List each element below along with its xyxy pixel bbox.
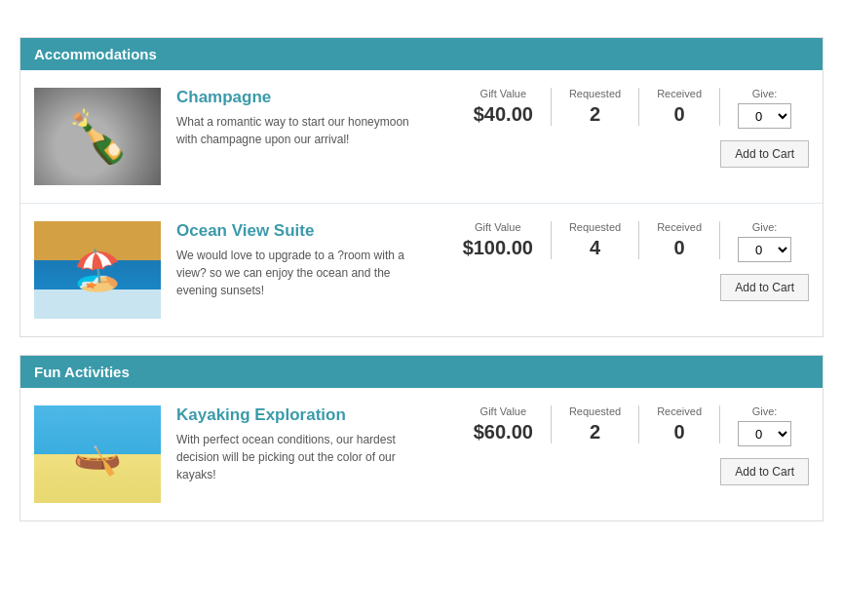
received-value-kayaking: 0 [674,421,685,443]
registry-item-ocean-view-suite: Ocean View SuiteWe would love to upgrade… [20,204,823,336]
gift-value-champagne: $40.00 [474,103,533,126]
add-to-cart-btn-ocean-view-suite[interactable]: Add to Cart [720,274,809,301]
gift-value-label-kayaking: Gift Value [480,405,527,417]
item-details-ocean-view-suite: Ocean View SuiteWe would love to upgrade… [176,221,419,299]
give-spinner-kayaking[interactable]: 012345 [738,421,791,446]
received-value-champagne: 0 [674,103,685,126]
item-description-ocean-view-suite: We would love to upgrade to a ?room with… [176,247,409,299]
item-right-champagne: Gift Value$40.00Requested2Received0Give:… [419,88,809,168]
gift-value-col-kayaking: Gift Value$60.00 [456,405,552,443]
item-meta-row-ocean-view-suite: Gift Value$100.00Requested4Received0Give… [419,221,809,262]
item-image-kayaking [34,405,161,503]
requested-label-ocean-view-suite: Requested [569,221,621,233]
give-label-ocean-view-suite: Give: [752,221,778,233]
item-meta-row-champagne: Gift Value$40.00Requested2Received0Give:… [419,88,809,129]
item-right-kayaking: Gift Value$60.00Requested2Received0Give:… [419,405,809,485]
received-col-champagne: Received0 [639,88,720,126]
requested-value-champagne: 2 [590,103,600,126]
item-name-champagne: Champagne [176,88,409,107]
received-col-ocean-view-suite: Received0 [639,221,720,259]
gift-value-ocean-view-suite: $100.00 [463,237,533,259]
give-label-kayaking: Give: [752,405,778,417]
give-label-champagne: Give: [752,88,778,99]
requested-label-kayaking: Requested [569,405,621,417]
give-col-champagne: Give:012345 [720,88,809,129]
item-details-kayaking: Kayaking ExplorationWith perfect ocean c… [176,405,419,483]
category-header-accommodations: Accommodations [20,38,823,70]
give-spinner-champagne[interactable]: 012345 [738,103,791,129]
gift-value-col-champagne: Gift Value$40.00 [456,88,552,126]
gift-value-col-ocean-view-suite: Gift Value$100.00 [445,221,552,259]
item-meta-row-kayaking: Gift Value$60.00Requested2Received0Give:… [419,405,809,446]
received-value-ocean-view-suite: 0 [674,237,685,259]
item-image-champagne [34,88,161,185]
give-col-kayaking: Give:012345 [720,405,809,446]
requested-col-champagne: Requested2 [552,88,639,126]
give-col-ocean-view-suite: Give:012345 [720,221,809,262]
item-details-champagne: ChampagneWhat a romantic way to start ou… [176,88,419,148]
category-section-fun-activities: Fun ActivitiesKayaking ExplorationWith p… [19,355,824,521]
requested-label-champagne: Requested [569,88,621,99]
item-right-ocean-view-suite: Gift Value$100.00Requested4Received0Give… [419,221,809,301]
category-section-accommodations: AccommodationsChampagneWhat a romantic w… [19,37,824,337]
item-name-kayaking: Kayaking Exploration [176,405,409,425]
gift-value-kayaking: $60.00 [474,421,533,443]
item-description-champagne: What a romantic way to start our honeymo… [176,113,409,148]
requested-value-kayaking: 2 [590,421,600,443]
add-to-cart-btn-kayaking[interactable]: Add to Cart [720,458,809,485]
requested-col-ocean-view-suite: Requested4 [552,221,639,259]
received-col-kayaking: Received0 [639,405,720,443]
item-name-ocean-view-suite: Ocean View Suite [176,221,409,241]
item-image-ocean-view-suite [34,221,161,319]
gift-value-label-ocean-view-suite: Gift Value [475,221,521,233]
registry-item-kayaking: Kayaking ExplorationWith perfect ocean c… [20,388,823,520]
received-label-champagne: Received [657,88,702,99]
add-to-cart-btn-champagne[interactable]: Add to Cart [720,140,809,168]
category-header-fun-activities: Fun Activities [20,356,823,388]
requested-value-ocean-view-suite: 4 [590,237,600,259]
requested-col-kayaking: Requested2 [552,405,639,443]
gift-value-label-champagne: Gift Value [480,88,527,99]
received-label-kayaking: Received [657,405,702,417]
give-spinner-ocean-view-suite[interactable]: 012345 [738,237,791,262]
received-label-ocean-view-suite: Received [657,221,702,233]
item-description-kayaking: With perfect ocean conditions, our harde… [176,431,409,483]
registry-item-champagne: ChampagneWhat a romantic way to start ou… [20,70,823,204]
